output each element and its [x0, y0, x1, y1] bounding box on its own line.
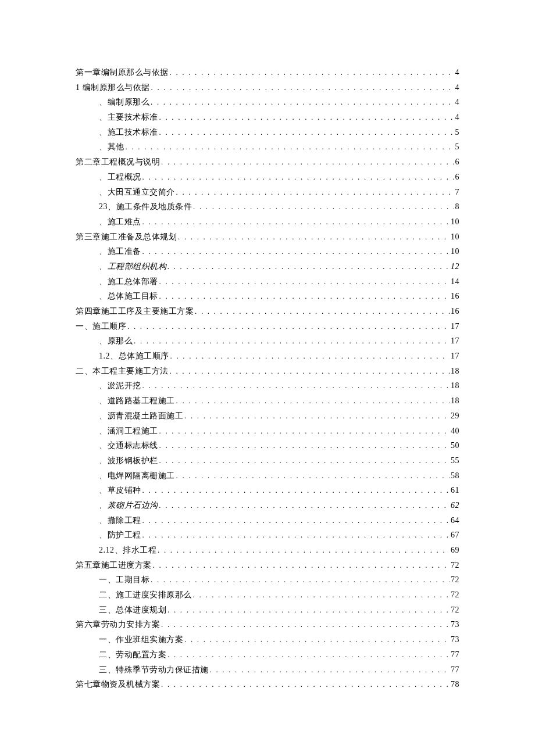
toc-entry-page: 4 — [455, 113, 460, 121]
toc-leader-dots — [127, 323, 450, 330]
toc-entry-title: 、沥青混凝土路面施工 — [99, 412, 183, 420]
toc-entry-title: 第二章工程概况与说明 — [76, 158, 160, 166]
toc-entry: 1.2、总体施工顺序17 — [76, 352, 459, 360]
toc-entry: 第七章物资及机械方案78 — [76, 680, 459, 689]
toc-leader-dots — [161, 621, 450, 628]
toc-entry: 、总体施工目标16 — [76, 292, 459, 300]
toc-entry-title: 、浆砌片石边沟 — [99, 501, 158, 510]
toc-leader-dots — [159, 278, 450, 285]
toc-entry-page: 16 — [451, 307, 459, 316]
toc-leader-dots — [142, 517, 450, 524]
toc-leader-dots — [151, 84, 454, 91]
toc-entry-title: 、道路路基工程施工 — [99, 397, 175, 405]
toc-leader-dots — [142, 531, 450, 539]
toc-entry-title: 23、施工条件及地质条件 — [99, 203, 192, 211]
toc-entry-page: 72 — [451, 606, 459, 614]
toc-leader-dots — [151, 576, 450, 583]
document-page: 第一章编制原那么与依据41 编制原那么与依据4、编制原那么4、主要技术标准4、施… — [0, 0, 535, 756]
toc-entry: 一、施工顺序17 — [76, 323, 459, 331]
toc-entry: 二、劳动配置方案77 — [76, 651, 459, 659]
toc-entry: 三、总体进度规划72 — [76, 606, 459, 614]
toc-leader-dots — [176, 188, 454, 196]
toc-entry-page: 67 — [451, 531, 459, 539]
toc-entry-page: 17 — [451, 323, 459, 331]
toc-entry-page: 72 — [451, 591, 459, 599]
toc-entry-title: 一、作业班组实施方案 — [99, 636, 183, 644]
toc-entry-title: 、其他 — [99, 143, 124, 151]
toc-leader-dots — [159, 128, 454, 136]
toc-entry-title: 第六章劳动力安排方案 — [76, 621, 160, 629]
toc-leader-dots — [167, 651, 450, 658]
toc-entry-page: 61 — [451, 486, 459, 495]
toc-entry: 一、作业班组实施方案73 — [76, 636, 459, 644]
toc-leader-dots — [176, 397, 450, 404]
toc-entry-title: 、施工难点 — [99, 218, 141, 226]
toc-leader-dots — [158, 546, 450, 554]
toc-entry: 、施工总体部署14 — [76, 278, 459, 286]
toc-entry-page: 8 — [455, 203, 460, 211]
toc-entry: 第三章施工准备及总体规划10 — [76, 233, 459, 241]
toc-entry-page: 72 — [451, 561, 459, 569]
toc-entry-title: 、总体施工目标 — [99, 292, 158, 300]
toc-entry-page: 17 — [451, 337, 459, 345]
toc-entry-page: 77 — [451, 666, 459, 674]
toc-entry-title: 二、施工进度安排原那么 — [99, 591, 192, 599]
toc-leader-dots — [159, 501, 450, 509]
toc-leader-dots — [161, 680, 450, 688]
toc-entry: 、草皮铺种61 — [76, 486, 459, 495]
toc-leader-dots — [142, 382, 450, 389]
toc-entry-page: 6 — [455, 173, 460, 181]
toc-entry: 、交通标志标线50 — [76, 442, 459, 450]
toc-leader-dots — [159, 427, 450, 435]
toc-entry-page: 10 — [451, 248, 459, 256]
toc-entry-page: 18 — [451, 382, 459, 390]
toc-leader-dots — [170, 367, 450, 375]
toc-leader-dots — [170, 69, 454, 76]
toc-leader-dots — [126, 143, 454, 151]
toc-entry: 、波形钢板护栏55 — [76, 457, 459, 465]
toc-entry-title: 第一章编制原那么与依据 — [76, 69, 169, 77]
toc-entry-title: 、交通标志标线 — [99, 442, 158, 450]
toc-leader-dots — [142, 173, 454, 181]
toc-entry-title: 、施工准备 — [99, 248, 141, 256]
toc-leader-dots — [210, 666, 450, 673]
toc-leader-dots — [159, 113, 454, 121]
toc-entry: 三、特殊季节劳动力保证措施77 — [76, 666, 459, 674]
toc-entry: 第二章工程概况与说明6 — [76, 158, 459, 166]
toc-leader-dots — [151, 98, 454, 106]
toc-entry-title: 第四章施工工序及主要施工方案 — [76, 307, 194, 316]
toc-entry-page: 77 — [451, 651, 459, 659]
toc-entry-page: 16 — [451, 292, 459, 300]
toc-entry-title: 三、总体进度规划 — [99, 606, 166, 614]
toc-entry-title: 、草皮铺种 — [99, 486, 141, 495]
toc-entry-title: 1 编制原那么与依据 — [76, 84, 150, 92]
toc-entry: 二、本工程主要施工方法18 — [76, 367, 459, 375]
toc-entry-page: 62 — [451, 501, 459, 510]
toc-entry-page: 69 — [451, 546, 459, 554]
toc-entry: 、编制原那么4 — [76, 98, 459, 106]
toc-entry: 一、工期目标72 — [76, 576, 459, 584]
toc-entry-title: 一、施工顺序 — [76, 323, 126, 331]
toc-entry-page: 64 — [451, 517, 459, 525]
toc-entry: 、原那么17 — [76, 337, 459, 345]
toc-entry: 2.12、排水工程69 — [76, 546, 459, 554]
toc-entry-title: 三、特殊季节劳动力保证措施 — [99, 666, 209, 674]
toc-entry-page: 4 — [455, 69, 460, 77]
toc-entry: 第一章编制原那么与依据4 — [76, 69, 459, 77]
toc-entry: 、施工准备10 — [76, 248, 459, 256]
toc-entry: 、工程概况6 — [76, 173, 459, 181]
toc-entry-page: 14 — [451, 278, 459, 286]
toc-entry-title: 、撤除工程 — [99, 517, 141, 525]
toc-entry-page: 18 — [451, 397, 459, 405]
toc-entry-page: 10 — [451, 233, 459, 241]
toc-entry-page: 5 — [455, 128, 460, 137]
toc-leader-dots — [193, 591, 450, 599]
toc-entry: 、其他5 — [76, 143, 459, 151]
toc-leader-dots — [184, 412, 450, 420]
toc-leader-dots — [142, 248, 450, 255]
toc-entry-page: 78 — [451, 680, 459, 689]
toc-entry-page: 73 — [451, 636, 459, 644]
toc-entry: 、涵洞工程施工40 — [76, 427, 459, 435]
toc-entry-title: 、涵洞工程施工 — [99, 427, 158, 435]
toc-entry-page: 18 — [451, 367, 459, 375]
